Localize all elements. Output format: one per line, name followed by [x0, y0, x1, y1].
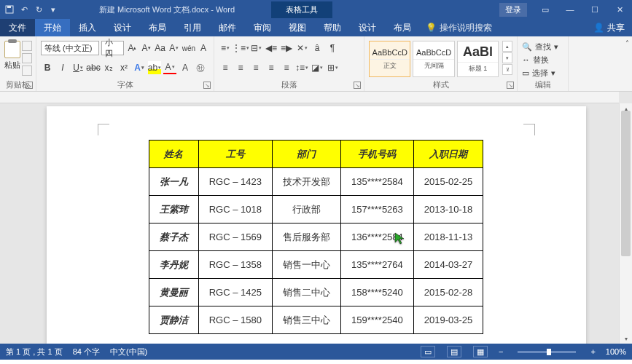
tab-review[interactable]: 审阅: [245, 19, 280, 36]
page-indicator[interactable]: 第 1 页 , 共 1 页: [6, 347, 63, 357]
grow-font-icon[interactable]: A▴: [126, 41, 138, 55]
table-row[interactable]: 李丹妮RGC – 1358销售一中心135****27642014-03-27: [149, 251, 483, 279]
tab-mailings[interactable]: 邮件: [210, 19, 245, 36]
table-cell[interactable]: 2013-10-18: [413, 196, 483, 223]
table-cell[interactable]: 李丹妮: [149, 251, 198, 279]
tab-file[interactable]: 文件: [0, 19, 35, 36]
zoom-in-icon[interactable]: +: [590, 347, 595, 356]
horizontal-ruler[interactable]: [0, 92, 619, 103]
font-name-combo[interactable]: 等线 (中文正): [41, 41, 99, 55]
scroll-down-icon[interactable]: ▾: [620, 333, 632, 344]
maximize-icon[interactable]: ☐: [582, 0, 607, 19]
table-cell[interactable]: 张一凡: [149, 168, 198, 196]
table-cell[interactable]: 行政部: [272, 196, 340, 223]
table-cell[interactable]: 蔡子杰: [149, 223, 198, 251]
superscript-button[interactable]: x²: [117, 61, 130, 74]
table-cell[interactable]: 销售一中心: [272, 251, 340, 279]
tab-view[interactable]: 视图: [280, 19, 315, 36]
print-layout-icon[interactable]: ▤: [447, 346, 461, 357]
phonetic-guide-icon[interactable]: wén: [182, 41, 195, 55]
data-table[interactable]: 姓名 工号 部门 手机号码 入职日期 张一凡RGC – 1423技术开发部135…: [149, 140, 484, 334]
clear-formatting-icon[interactable]: A: [168, 41, 180, 55]
shading-icon[interactable]: ◪: [311, 61, 324, 74]
table-cell[interactable]: RGC – 1018: [198, 196, 272, 223]
header-phone[interactable]: 手机号码: [340, 141, 413, 168]
table-cell[interactable]: 157****5263: [340, 196, 413, 223]
style-no-spacing[interactable]: AaBbCcD无间隔: [413, 41, 454, 77]
character-shading-icon[interactable]: A: [179, 61, 192, 74]
tab-layout[interactable]: 布局: [140, 19, 175, 36]
table-row[interactable]: 王紫玮RGC – 1018行政部157****52632013-10-18: [149, 196, 483, 223]
replace-button[interactable]: ↔替换: [522, 54, 563, 66]
redo-icon[interactable]: ↻: [34, 4, 44, 15]
table-cell[interactable]: RGC – 1423: [198, 168, 272, 196]
scroll-thumb[interactable]: [621, 111, 631, 256]
zoom-out-icon[interactable]: −: [499, 347, 503, 356]
table-cell[interactable]: 135****2764: [340, 251, 413, 279]
header-dept[interactable]: 部门: [272, 141, 340, 168]
table-cell[interactable]: 158****5240: [340, 279, 413, 306]
table-cell[interactable]: 2015-02-28: [413, 279, 483, 306]
numbering-icon[interactable]: ⋮≡: [234, 41, 247, 55]
table-cell[interactable]: 159****2540: [340, 306, 413, 334]
close-icon[interactable]: ✕: [607, 0, 632, 19]
font-color-icon[interactable]: A: [163, 61, 176, 74]
word-count[interactable]: 84 个字: [73, 347, 100, 357]
table-cell[interactable]: 销售二中心: [272, 279, 340, 306]
format-painter-icon[interactable]: [22, 66, 32, 76]
login-button[interactable]: 登录: [499, 3, 527, 17]
style-normal[interactable]: AaBbCcD正文: [369, 41, 410, 77]
bold-button[interactable]: B: [41, 61, 54, 74]
increase-indent-icon[interactable]: ≡▶: [280, 41, 293, 55]
strikethrough-button[interactable]: abc: [87, 61, 100, 74]
select-button[interactable]: ▭选择▾: [522, 67, 563, 79]
paste-button[interactable]: 粘贴: [4, 39, 20, 76]
line-spacing-icon[interactable]: ↕≡: [295, 61, 308, 74]
clipboard-dialog-launcher[interactable]: ↘: [26, 82, 33, 89]
zoom-slider[interactable]: [518, 351, 576, 353]
font-dialog-launcher[interactable]: ↘: [203, 82, 211, 89]
copy-icon[interactable]: [22, 53, 32, 63]
collapse-ribbon-icon[interactable]: ˄: [625, 39, 629, 47]
find-button[interactable]: 🔍查找▾: [522, 41, 563, 52]
vertical-scrollbar[interactable]: ▴ ▾: [619, 103, 632, 344]
share-button[interactable]: 👤 共享: [586, 22, 632, 34]
table-cell[interactable]: RGC – 1425: [198, 279, 272, 306]
cut-icon[interactable]: [22, 41, 32, 51]
borders-icon[interactable]: ⊞: [326, 61, 339, 74]
change-case-icon[interactable]: Aa: [155, 41, 166, 55]
tab-help[interactable]: 帮助: [315, 19, 350, 36]
tab-home[interactable]: 开始: [35, 19, 70, 36]
table-cell[interactable]: 2014-03-27: [413, 251, 483, 279]
header-date[interactable]: 入职日期: [413, 141, 483, 168]
table-cell[interactable]: 贾静洁: [149, 306, 198, 334]
table-cell[interactable]: 售后服务部: [272, 223, 340, 251]
save-icon[interactable]: [4, 4, 15, 15]
highlight-icon[interactable]: ab: [148, 61, 161, 74]
underline-button[interactable]: U: [71, 61, 85, 74]
ribbon-options-icon[interactable]: ▭: [533, 0, 558, 19]
web-layout-icon[interactable]: ▦: [473, 346, 488, 357]
italic-button[interactable]: I: [56, 61, 69, 74]
gallery-down-icon[interactable]: ▾: [502, 52, 512, 63]
justify-icon[interactable]: ≡: [265, 61, 278, 74]
header-id[interactable]: 工号: [198, 141, 272, 168]
tab-table-design[interactable]: 设计: [350, 19, 385, 36]
table-cell[interactable]: 2015-02-25: [413, 168, 483, 196]
gallery-up-icon[interactable]: ▴: [502, 41, 512, 52]
gallery-more-icon[interactable]: ⊻: [502, 64, 512, 75]
font-size-combo[interactable]: 小四: [101, 41, 125, 55]
table-cell[interactable]: 销售三中心: [272, 306, 340, 334]
language-indicator[interactable]: 中文(中国): [110, 347, 147, 357]
table-cell[interactable]: 136****2584: [340, 223, 413, 251]
show-hide-icon[interactable]: ¶: [326, 41, 339, 55]
styles-dialog-launcher[interactable]: ↘: [507, 82, 514, 89]
table-header-row[interactable]: 姓名 工号 部门 手机号码 入职日期: [149, 141, 483, 168]
table-cell[interactable]: RGC – 1580: [198, 306, 272, 334]
align-center-icon[interactable]: ≡: [234, 61, 247, 74]
align-left-icon[interactable]: ≡: [219, 61, 232, 74]
text-effects-icon[interactable]: A: [133, 61, 146, 74]
minimize-icon[interactable]: —: [558, 0, 582, 19]
table-row[interactable]: 蔡子杰RGC – 1569售后服务部136****25842018-11-13: [149, 223, 483, 251]
align-right-icon[interactable]: ≡: [249, 61, 262, 74]
